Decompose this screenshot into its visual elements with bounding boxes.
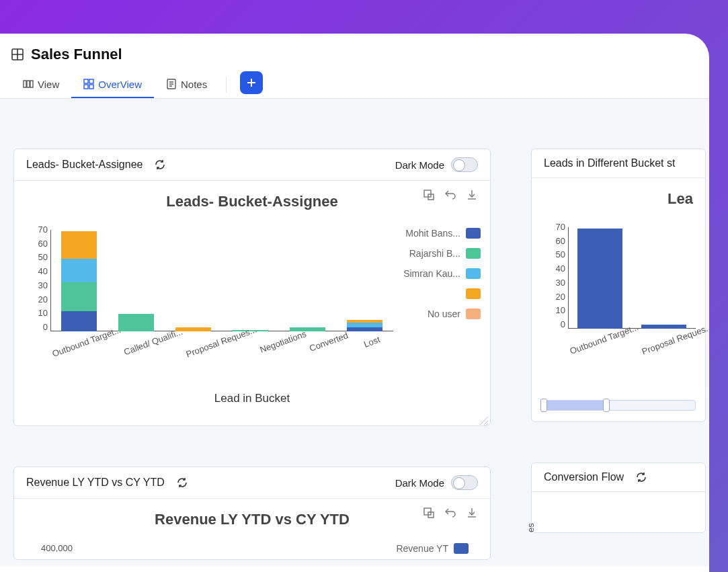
resize-icon[interactable]: [423, 507, 435, 519]
legend-label: Revenue YT: [396, 543, 448, 554]
x-axis-title: Lead in Bucket: [24, 392, 481, 405]
tab-overview-label: OverView: [98, 79, 142, 90]
x-tick-label: Negotiations: [258, 329, 307, 355]
card-title: Leads in Different Bucket st: [544, 157, 675, 169]
dark-mode-toggle[interactable]: [451, 157, 478, 172]
tab-divider: [226, 77, 227, 93]
plus-icon: [245, 77, 257, 89]
dashboard-area: Leads- Bucket-Assignee Dark Mode Leads- …: [0, 99, 709, 566]
y-tick-label: 50: [556, 250, 565, 259]
tab-notes[interactable]: Notes: [154, 72, 219, 98]
swatch-revenue: [454, 543, 469, 554]
resize-icon[interactable]: [423, 189, 435, 201]
y-tick-label: 0: [561, 320, 565, 329]
card-header: Conversion Flow: [532, 463, 705, 492]
chart-leads-bucket-assignee: Leads- Bucket-Assignee 706050403020100 O…: [14, 181, 490, 425]
x-tick-label: Lost: [362, 334, 381, 350]
tab-overview[interactable]: OverView: [71, 72, 154, 98]
dark-mode-toggle[interactable]: [451, 475, 478, 490]
bar-slot: [568, 227, 632, 329]
bar-segment[interactable]: [61, 259, 97, 282]
chart-legend: Mohit Bans... Rajarshi B... Simran Kau..…: [393, 225, 481, 360]
swatch-simran: [466, 268, 481, 279]
legend-item[interactable]: Simran Kau...: [400, 268, 481, 279]
bar-stack[interactable]: [118, 314, 154, 331]
svg-rect-17: [424, 508, 431, 515]
chart-conversion-flow: es: [532, 492, 705, 532]
download-icon[interactable]: [466, 507, 478, 519]
card-conversion-flow: Conversion Flow es: [531, 462, 706, 533]
card-title: Revenue LY YTD vs CY YTD: [26, 477, 165, 489]
swatch-rajarshi: [466, 248, 481, 259]
bar[interactable]: [641, 325, 686, 329]
range-slider[interactable]: [541, 400, 696, 411]
y-tick-label: 10: [38, 309, 48, 317]
bar-slot: [50, 230, 108, 331]
bar-segment[interactable]: [577, 229, 622, 329]
refresh-icon[interactable]: [636, 472, 647, 483]
bar[interactable]: [577, 229, 622, 329]
slider-handle-right[interactable]: [603, 399, 610, 412]
bar-stack[interactable]: [290, 327, 325, 331]
card-revenue-ytd: Revenue LY YTD vs CY YTD Dark Mode Reven…: [13, 466, 491, 560]
svg-rect-6: [84, 79, 88, 83]
undo-icon[interactable]: [444, 507, 456, 519]
tab-view[interactable]: View: [11, 72, 71, 98]
y-tick-label: 20: [38, 295, 48, 304]
bar-segment[interactable]: [118, 314, 154, 331]
bar-segment[interactable]: [61, 231, 97, 259]
legend-item[interactable]: [400, 288, 481, 299]
undo-icon[interactable]: [444, 189, 456, 201]
chart-toolbar: [423, 189, 478, 201]
overview-icon: [83, 79, 94, 89]
chart-leads-bucket-stages: Lea 706050403020100 Outbound Target...Pr…: [532, 178, 705, 421]
bar-segment[interactable]: [61, 311, 97, 331]
bar-slot: [279, 230, 336, 331]
chart-toolbar: [423, 507, 478, 519]
bar-stack[interactable]: [347, 320, 382, 331]
bar-stack[interactable]: [61, 231, 97, 331]
card-leads-bucket-assignee: Leads- Bucket-Assignee Dark Mode Leads- …: [13, 149, 491, 426]
card-leads-bucket-stages: Leads in Different Bucket st Lea 7060504…: [531, 149, 706, 422]
chart-title: Revenue LY YTD vs CY YTD: [24, 511, 481, 528]
legend-item[interactable]: Rajarshi B...: [400, 248, 481, 259]
svg-rect-16: [424, 190, 431, 197]
bar-segment[interactable]: [347, 327, 382, 331]
bar-slot: [222, 230, 279, 331]
swatch-orange: [466, 288, 481, 299]
legend-item[interactable]: Mohit Bans...: [400, 228, 481, 239]
y-tick-label: 50: [38, 253, 48, 261]
bar-slot: [108, 230, 165, 331]
chart-title: Leads- Bucket-Assignee: [24, 193, 481, 210]
resize-handle-icon[interactable]: [480, 415, 488, 423]
slider-handle-left[interactable]: [540, 399, 547, 412]
y-tick-label: 10: [556, 306, 565, 315]
bar-segment[interactable]: [290, 327, 325, 331]
page-title: Sales Funnel: [31, 46, 122, 63]
svg-rect-3: [24, 81, 26, 87]
bar-slot: [165, 230, 222, 331]
add-tab-button[interactable]: [240, 71, 263, 94]
tab-bar: View OverView Notes: [0, 69, 709, 99]
notes-icon: [166, 79, 177, 89]
swatch-nouser: [466, 309, 481, 319]
svg-rect-5: [30, 81, 33, 87]
svg-rect-8: [84, 85, 88, 89]
tab-view-label: View: [38, 79, 59, 90]
refresh-icon[interactable]: [177, 477, 188, 488]
dashboard-col-left: Leads- Bucket-Assignee Dark Mode Leads- …: [13, 149, 491, 566]
card-header: Leads- Bucket-Assignee Dark Mode: [14, 149, 490, 181]
bar-slot: [632, 227, 696, 329]
download-icon[interactable]: [466, 189, 478, 201]
chart-plot: 706050403020100 Outbound Target...Called…: [24, 225, 393, 360]
card-title: Leads- Bucket-Assignee: [26, 159, 143, 171]
y-axis-label-partial: es: [526, 523, 536, 532]
svg-rect-9: [89, 85, 93, 89]
refresh-icon[interactable]: [155, 159, 165, 170]
card-title: Conversion Flow: [544, 471, 624, 483]
page-header: Sales Funnel: [0, 34, 709, 69]
card-header: Revenue LY YTD vs CY YTD Dark Mode: [14, 467, 490, 499]
bar-segment[interactable]: [641, 325, 686, 329]
bar-segment[interactable]: [61, 282, 97, 311]
legend-item[interactable]: No user: [400, 309, 481, 319]
